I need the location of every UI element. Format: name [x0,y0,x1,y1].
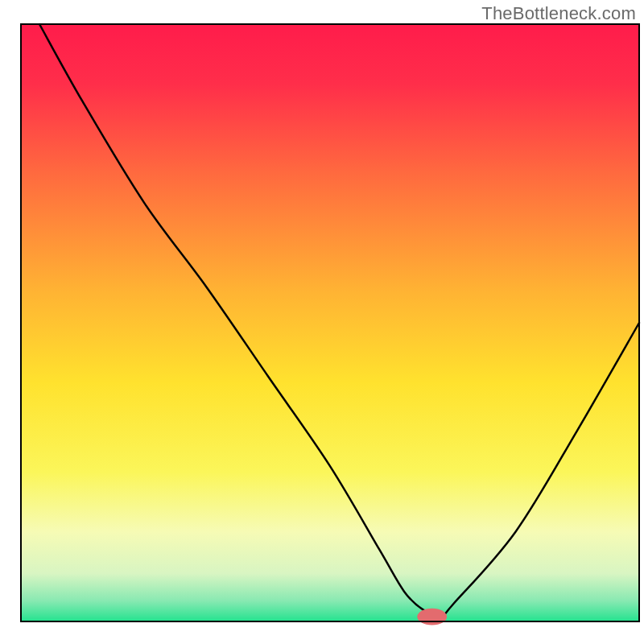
optimal-point-marker [417,609,447,625]
plot-background [21,24,639,621]
watermark-text: TheBottleneck.com [481,3,636,24]
chart-canvas [0,0,644,644]
